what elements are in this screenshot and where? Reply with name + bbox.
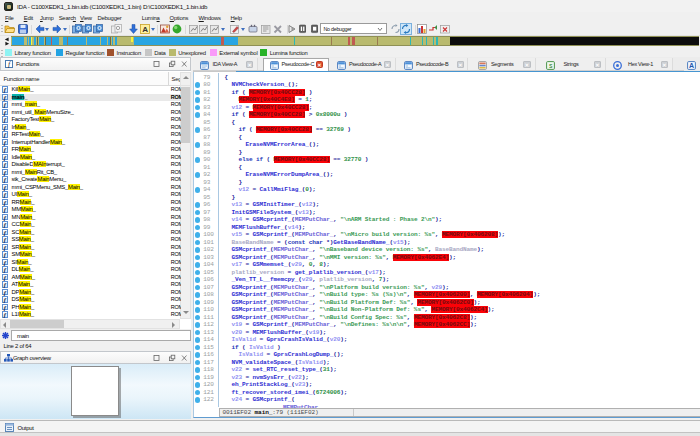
- svg-text:A: A: [142, 24, 148, 33]
- svg-text:A: A: [689, 62, 694, 69]
